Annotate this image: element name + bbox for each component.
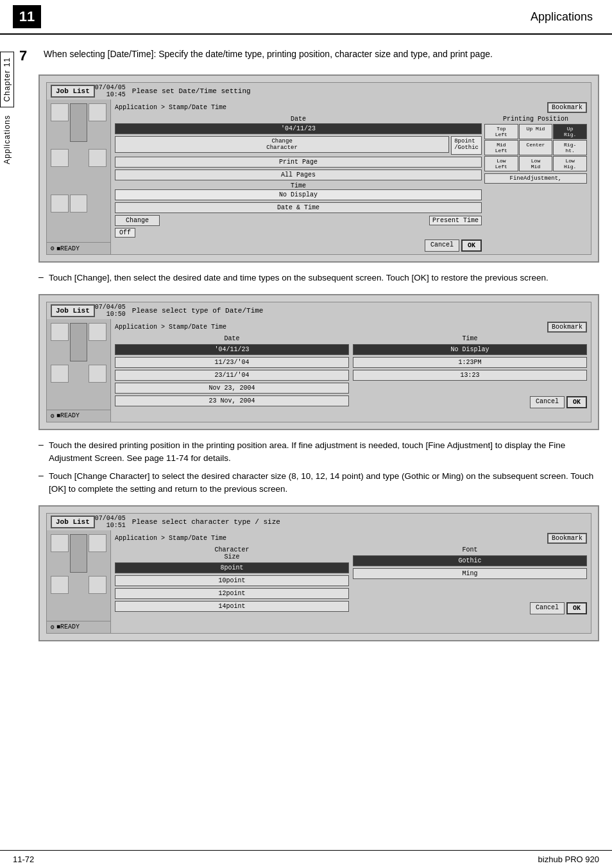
- grid-cell: [70, 534, 88, 573]
- font-opt1-btn[interactable]: Gothic: [353, 555, 587, 566]
- date-opt4-btn[interactable]: Nov 23, 2004: [115, 383, 349, 394]
- pos-center[interactable]: Center: [519, 140, 553, 155]
- screen3-font-col: Font Gothic Ming Cancel OK: [353, 546, 587, 614]
- screen2-datetime: 07/04/0510:50: [95, 304, 126, 318]
- date-opt1-btn[interactable]: '04/11/23: [115, 344, 349, 355]
- size-opt1-btn[interactable]: 8point: [115, 562, 349, 573]
- bullet-dash: –: [38, 272, 49, 282]
- screen1-container: Job List 07/04/0510:45 Please set Date/T…: [38, 74, 599, 263]
- screen2-breadcrumb-row: Application > Stamp/Date Time Bookmark: [115, 322, 587, 333]
- pos-up-rig[interactable]: UpRig.: [553, 124, 587, 139]
- change-btn[interactable]: Change: [115, 215, 160, 226]
- screen3-cancel-ok: Cancel OK: [353, 602, 587, 614]
- bullets23-section: – Touch the desired printing position in…: [38, 439, 599, 496]
- screen1-bookmark-btn[interactable]: Bookmark: [547, 102, 587, 113]
- date-opt3-btn[interactable]: 23/11/'04: [115, 370, 349, 381]
- bullet3-item: – Touch [Change Character] to select the…: [38, 470, 599, 496]
- screen3-status: Please select character type / size: [132, 518, 587, 526]
- chapter-number: 11: [19, 8, 35, 25]
- grid-cell: [89, 534, 106, 552]
- step-number: 7: [19, 48, 38, 64]
- pos-top-left[interactable]: TopLeft: [484, 124, 518, 139]
- font-opt2-btn[interactable]: Ming: [353, 568, 587, 579]
- time-opt2-btn[interactable]: 1:23PM: [353, 357, 587, 368]
- footer-product-name: bizhub PRO 920: [538, 855, 599, 864]
- step-text: When selecting [Date/Time]: Specify the …: [44, 48, 599, 61]
- screen1-cancel-btn[interactable]: Cancel: [425, 239, 459, 252]
- grid-cell: [51, 195, 69, 213]
- all-pages-btn[interactable]: All Pages: [115, 169, 482, 180]
- grid-cell: [51, 149, 69, 167]
- print-page-btn[interactable]: Print Page: [115, 157, 482, 168]
- off-value[interactable]: Off: [115, 228, 135, 238]
- time-opt1-btn[interactable]: No Display: [353, 344, 587, 355]
- ready-icon: ⚙: [51, 623, 55, 631]
- no-display-box[interactable]: No Display: [115, 189, 482, 200]
- pos-mid-left[interactable]: MidLeft: [484, 140, 518, 155]
- screen2-breadcrumb: Application > Stamp/Date Time: [115, 324, 226, 331]
- size-opt2-btn[interactable]: 10point: [115, 575, 349, 586]
- date-time-btn[interactable]: Date & Time: [115, 202, 482, 213]
- grid-cell: [89, 149, 106, 167]
- screen3-bookmark-btn[interactable]: Bookmark: [547, 533, 587, 544]
- screen2-container: Job List 07/04/0510:50 Please select typ…: [38, 294, 599, 430]
- screen1-mock: Job List 07/04/0510:45 Please set Date/T…: [46, 82, 591, 255]
- date-opt2-btn[interactable]: 11/23/'04: [115, 357, 349, 368]
- size-opt4-btn[interactable]: 14point: [115, 601, 349, 612]
- bullet1-section: – Touch [Change], then select the desire…: [38, 272, 599, 284]
- print-pos-grid: TopLeft Up Mid UpRig. MidLeft Center Rig…: [484, 124, 587, 171]
- screen3-size-col: CharacterSize 8point 10point 12point 14p…: [115, 546, 349, 614]
- screen2-topbar: Job List 07/04/0510:50 Please select typ…: [47, 302, 591, 319]
- fine-adj-btn[interactable]: FineAdjustment,: [484, 173, 587, 184]
- bullet1-text: Touch [Change], then select the desired …: [49, 272, 548, 284]
- bullet-dash: –: [38, 439, 49, 449]
- time-opt3-btn[interactable]: 13:23: [353, 370, 587, 381]
- screen1-ok-btn[interactable]: OK: [461, 239, 482, 252]
- grid-cell: [70, 103, 88, 142]
- screen1-right-panel: Application > Stamp/Date Time Bookmark D…: [111, 100, 591, 254]
- page-footer: 11-72 bizhub PRO 920: [0, 850, 612, 868]
- print-pos-label: Printing Position: [484, 116, 587, 123]
- pos-low-left[interactable]: LowLeft: [484, 156, 518, 171]
- grid-cell: [89, 103, 106, 121]
- screen2-main-area: Date '04/11/23 11/23/'04 23/11/'04 Nov 2…: [115, 335, 587, 408]
- sidebar-section-label: Applications: [3, 115, 12, 164]
- date-value[interactable]: '04/11/23: [115, 123, 482, 134]
- sidebar-chapter-label: Chapter 11: [0, 51, 14, 107]
- pos-up-mid[interactable]: Up Mid: [519, 124, 553, 139]
- screen2-cancel-btn[interactable]: Cancel: [530, 396, 565, 408]
- screen3-cancel-btn[interactable]: Cancel: [530, 602, 565, 614]
- grid-cell: [51, 576, 69, 594]
- change-char-row: ChangeCharacter 8point /Gothic: [115, 136, 482, 155]
- time-section: Time No Display: [115, 182, 482, 200]
- size-opt3-btn[interactable]: 12point: [115, 588, 349, 599]
- screen2-right-panel: Application > Stamp/Date Time Bookmark D…: [111, 319, 591, 422]
- datetime-btn-row: Date & Time: [115, 202, 482, 213]
- ready-text: ■READY: [56, 623, 80, 630]
- screen2-joblist-btn[interactable]: Job List: [51, 304, 95, 317]
- screen1-joblist-btn[interactable]: Job List: [51, 85, 95, 98]
- footer-page-number: 11-72: [13, 855, 34, 864]
- screen2-cancel-ok: Cancel OK: [353, 396, 587, 408]
- screen3-ok-btn[interactable]: OK: [566, 602, 587, 614]
- date-opt5-btn[interactable]: 23 Nov, 2004: [115, 395, 349, 406]
- pos-rig-ht[interactable]: Rig-ht.: [553, 140, 587, 155]
- time-label: Time: [115, 182, 482, 189]
- screen2-time-label: Time: [353, 335, 587, 342]
- font-value: 8point /Gothic: [451, 136, 482, 155]
- screen3-main-area: CharacterSize 8point 10point 12point 14p…: [115, 546, 587, 614]
- screen3-left-panel: ⚙ ■READY: [47, 530, 111, 633]
- bullet-dash: –: [38, 470, 49, 480]
- screen1-body: ⚙ ■READY Application > Stamp/Date Time B…: [47, 100, 591, 254]
- pos-low-mid[interactable]: LowMid: [519, 156, 553, 171]
- screen3-joblist-btn[interactable]: Job List: [51, 516, 95, 528]
- change-row: Change Present Time: [115, 215, 482, 226]
- page-header: 11 Applications: [0, 0, 612, 35]
- change-char-btn[interactable]: ChangeCharacter: [115, 136, 449, 153]
- main-content: 7 When selecting [Date/Time]: Specify th…: [19, 35, 599, 641]
- screen1-ready: ⚙ ■READY: [47, 242, 110, 254]
- pos-low-hig[interactable]: LowHig.: [553, 156, 587, 171]
- screen2-ok-btn[interactable]: OK: [566, 396, 587, 408]
- screen3-topbar: Job List 07/04/0510:51 Please select cha…: [47, 514, 591, 530]
- screen2-bookmark-btn[interactable]: Bookmark: [547, 322, 587, 333]
